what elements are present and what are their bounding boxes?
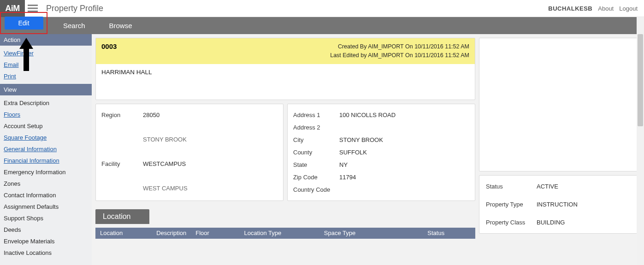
sidebar-action-header: Action xyxy=(0,34,92,46)
details-row: Region28050 STONY BROOK FacilityWESTCAMP… xyxy=(95,104,475,201)
zip: 11794 xyxy=(339,174,469,181)
ptype-label: Property Type xyxy=(486,201,537,208)
col-right: StatusACTIVE Property TypeINSTRUCTION Pr… xyxy=(479,38,640,239)
col-space-type[interactable]: Space Type xyxy=(319,230,423,236)
toolbar: Edit Search Browse xyxy=(0,17,644,34)
addr1-label: Address 1 xyxy=(293,112,339,118)
header-right: BUCHALKESB About Logout xyxy=(548,5,644,12)
sidebar-item-support-shops[interactable]: Support Shops xyxy=(0,212,92,224)
sidebar-item-account-setup[interactable]: Account Setup xyxy=(0,120,92,132)
col-status[interactable]: Status xyxy=(423,230,475,236)
pclass-value: BUILDING xyxy=(537,219,633,226)
region-code: 28050 xyxy=(143,112,278,118)
image-placeholder-card xyxy=(479,38,640,171)
location-tab[interactable]: Location xyxy=(95,209,149,224)
sidebar-item-floors[interactable]: Floors xyxy=(0,109,92,120)
sidebar-item-contact-information[interactable]: Contact Information xyxy=(0,189,92,201)
status-card: StatusACTIVE Property TypeINSTRUCTION Pr… xyxy=(479,175,640,234)
brand-row: AiM Property Profile BUCHALKESB About Lo… xyxy=(0,0,644,17)
region-name: STONY BROOK xyxy=(143,136,278,143)
zip-label: Zip Code xyxy=(293,174,339,181)
sidebar-item-square-footage[interactable]: Square Footage xyxy=(0,132,92,143)
audit-info: Created By AIM_IMPORT On 10/11/2016 11:5… xyxy=(330,42,469,60)
browse-link[interactable]: Browse xyxy=(97,17,144,34)
sidebar-item-general-information[interactable]: General Information xyxy=(0,143,92,155)
content: 0003 Created By AIM_IMPORT On 10/11/2016… xyxy=(92,34,644,265)
facility-code: WESTCAMPUS xyxy=(143,160,278,167)
col-floor[interactable]: Floor xyxy=(191,230,239,236)
region-label: Region xyxy=(101,112,143,118)
sidebar-item-assignment-defaults[interactable]: Assignment Defaults xyxy=(0,201,92,212)
sidebar-action-list: ViewFinder Email Print xyxy=(0,46,92,84)
facility-label: Facility xyxy=(101,160,143,167)
record-name: HARRIMAN HALL xyxy=(96,64,475,100)
svg-rect-1 xyxy=(28,8,38,9)
sidebar-item-viewfinder[interactable]: ViewFinder xyxy=(0,47,92,59)
scrollbar[interactable] xyxy=(637,17,644,265)
search-link[interactable]: Search xyxy=(51,17,97,34)
sidebar-item-extra-description[interactable]: Extra Description xyxy=(0,97,92,109)
edit-highlight: Edit xyxy=(0,12,47,34)
city: STONY BROOK xyxy=(339,136,469,143)
logout-link[interactable]: Logout xyxy=(619,5,638,12)
record-header-strip: 0003 Created By AIM_IMPORT On 10/11/2016… xyxy=(96,38,475,64)
state-label: State xyxy=(293,161,339,168)
edited-by: Last Edited by AIM_IMPORT On 10/11/2016 … xyxy=(330,51,469,60)
sidebar-item-inactive-locations[interactable]: Inactive Locations xyxy=(0,247,92,259)
sidebar-view-list: Extra Description Floors Account Setup S… xyxy=(0,95,92,260)
sidebar-item-zones[interactable]: Zones xyxy=(0,178,92,189)
about-link[interactable]: About xyxy=(598,5,614,12)
region-card: Region28050 STONY BROOK FacilityWESTCAMP… xyxy=(95,104,284,201)
state: NY xyxy=(339,161,469,168)
scrollbar-thumb[interactable] xyxy=(638,34,643,126)
country-label: Country Code xyxy=(293,186,339,193)
city-label: City xyxy=(293,136,339,143)
sidebar-item-email[interactable]: Email xyxy=(0,59,92,71)
col-main: 0003 Created By AIM_IMPORT On 10/11/2016… xyxy=(95,38,475,239)
username: BUCHALKESB xyxy=(548,5,592,12)
location-table-head: Location Description Floor Location Type… xyxy=(95,228,475,239)
sidebar-item-deeds[interactable]: Deeds xyxy=(0,224,92,236)
ptype-value: INSTRUCTION xyxy=(537,201,633,208)
pclass-label: Property Class xyxy=(486,219,537,226)
created-by: Created By AIM_IMPORT On 10/11/2016 11:5… xyxy=(330,42,469,51)
top-row: 0003 Created By AIM_IMPORT On 10/11/2016… xyxy=(95,38,640,239)
record-header-card: 0003 Created By AIM_IMPORT On 10/11/2016… xyxy=(95,38,475,100)
main: Action ViewFinder Email Print View Extra… xyxy=(0,34,644,265)
col-location-type[interactable]: Location Type xyxy=(239,230,319,236)
col-description[interactable]: Description xyxy=(152,230,191,236)
page-title: Property Profile xyxy=(46,4,103,13)
address-card: Address 1100 NICOLLS ROAD Address 2 City… xyxy=(287,104,475,201)
location-header: Location xyxy=(95,209,475,224)
sidebar: Action ViewFinder Email Print View Extra… xyxy=(0,34,92,265)
status-value: ACTIVE xyxy=(537,183,633,190)
edit-button[interactable]: Edit xyxy=(5,17,43,29)
sidebar-item-financial-information[interactable]: Financial Information xyxy=(0,155,92,166)
sidebar-item-print[interactable]: Print xyxy=(0,71,92,82)
svg-rect-0 xyxy=(28,5,38,6)
page-title-wrap: Property Profile xyxy=(41,4,103,13)
record-id: 0003 xyxy=(101,42,117,50)
sidebar-item-envelope-materials[interactable]: Envelope Materials xyxy=(0,236,92,247)
addr2-label: Address 2 xyxy=(293,124,339,131)
sidebar-item-emergency-information[interactable]: Emergency Information xyxy=(0,166,92,178)
county-label: County xyxy=(293,149,339,156)
col-location[interactable]: Location xyxy=(95,230,152,236)
sidebar-view-header: View xyxy=(0,84,92,95)
status-label: Status xyxy=(486,183,537,190)
county: SUFFOLK xyxy=(339,149,469,156)
facility-name: WEST CAMPUS xyxy=(143,185,278,192)
addr1: 100 NICOLLS ROAD xyxy=(339,112,469,118)
